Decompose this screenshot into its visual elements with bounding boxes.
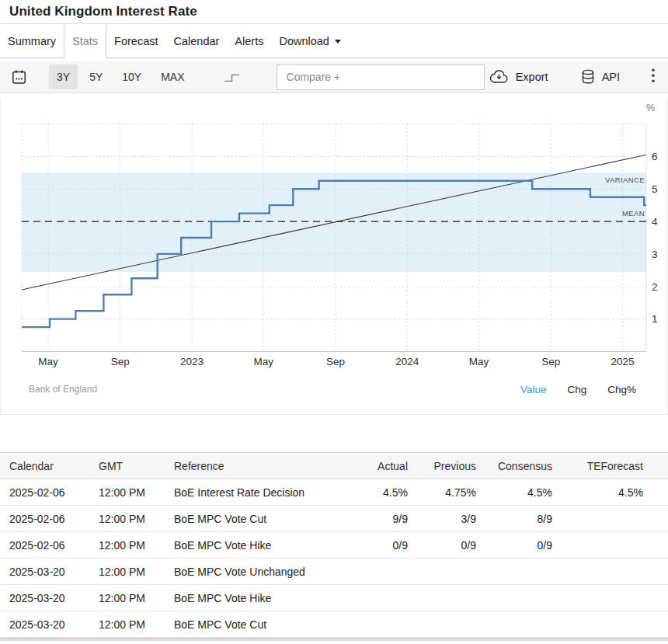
cell-reference: BoE MPC Vote Cut bbox=[165, 611, 359, 638]
cell-gmt: 12:00 PM bbox=[89, 532, 165, 559]
range-max-button[interactable]: MAX bbox=[153, 64, 192, 89]
table-header-row: CalendarGMTReferenceActualPreviousConsen… bbox=[0, 453, 668, 479]
range-5y-button[interactable]: 5Y bbox=[82, 64, 110, 89]
x-tick-label: May bbox=[38, 356, 58, 367]
page-title: United Kingdom Interest Rate bbox=[9, 4, 197, 19]
toolbar-right-group: Export API bbox=[489, 66, 659, 88]
chart-type-button[interactable] bbox=[221, 68, 242, 85]
calendar-icon bbox=[11, 69, 27, 85]
tab-label: Forecast bbox=[114, 35, 158, 47]
table-row[interactable]: 2025-03-2012:00 PMBoE MPC Vote Cut bbox=[0, 611, 668, 638]
range-10y-button[interactable]: 10Y bbox=[114, 64, 149, 89]
cell-consensus bbox=[486, 559, 562, 585]
table-row[interactable]: 2025-02-0612:00 PMBoE MPC Vote Cut9/93/9… bbox=[0, 506, 668, 532]
table-row[interactable]: 2025-02-0612:00 PMBoE MPC Vote Hike0/90/… bbox=[0, 532, 668, 559]
x-tick-label: Sep bbox=[111, 356, 130, 367]
cell-teforecast bbox=[562, 559, 668, 585]
variance-label: VARIANCE bbox=[605, 176, 645, 184]
cell-reference: BoE MPC Vote Unchanged bbox=[165, 559, 359, 585]
cell-previous bbox=[418, 585, 486, 611]
step-line-icon bbox=[223, 70, 241, 84]
cell-calendar: 2025-02-06 bbox=[0, 506, 89, 532]
cell-previous bbox=[418, 611, 486, 638]
cell-teforecast: 4.5% bbox=[562, 479, 668, 506]
table-row[interactable]: 2025-03-2012:00 PMBoE MPC Vote Unchanged bbox=[0, 559, 668, 585]
x-tick-label: Sep bbox=[541, 356, 560, 367]
y-tick-label: 4 bbox=[652, 216, 658, 228]
cell-actual bbox=[359, 611, 418, 638]
tab-label: Summary bbox=[8, 35, 56, 47]
tab-calendar[interactable]: Calendar bbox=[166, 24, 228, 57]
cell-consensus: 4.5% bbox=[486, 479, 562, 506]
cell-gmt: 12:00 PM bbox=[89, 559, 165, 585]
range-3y-button[interactable]: 3Y bbox=[49, 64, 78, 89]
cell-consensus bbox=[486, 585, 562, 611]
chart-footer: Bank of England ValueChgChg% bbox=[29, 378, 636, 400]
table-row[interactable]: 2025-03-2012:00 PMBoE MPC Vote Hike bbox=[0, 585, 668, 611]
cell-consensus: 0/9 bbox=[486, 532, 562, 559]
cell-previous bbox=[418, 559, 486, 585]
tab-label: Stats bbox=[72, 35, 98, 47]
y-tick-label: 2 bbox=[652, 281, 658, 293]
calendar-table-section: CalendarGMTReferenceActualPreviousConsen… bbox=[0, 452, 668, 638]
cell-gmt: 12:00 PM bbox=[89, 611, 165, 638]
export-button[interactable]: Export bbox=[489, 70, 548, 84]
cell-previous: 4.75% bbox=[418, 479, 486, 506]
x-tick-label: 2023 bbox=[180, 356, 204, 367]
cell-reference: BoE MPC Vote Hike bbox=[165, 532, 359, 559]
tab-summary[interactable]: Summary bbox=[0, 24, 64, 57]
chart-source: Bank of England bbox=[29, 384, 97, 395]
chart-mode-switcher: ValueChgChg% bbox=[520, 384, 636, 395]
compare-input[interactable] bbox=[277, 64, 485, 90]
range-selector: 3Y5Y10YMAX bbox=[49, 64, 197, 89]
cell-gmt: 12:00 PM bbox=[89, 585, 165, 611]
chart-toolbar: 3Y5Y10YMAX Export API bbox=[0, 61, 668, 93]
cell-calendar: 2025-03-20 bbox=[0, 559, 89, 585]
mean-label: MEAN bbox=[622, 209, 645, 218]
cell-actual bbox=[359, 559, 418, 585]
tab-label: Alerts bbox=[235, 35, 263, 47]
y-tick-label: 1 bbox=[652, 313, 658, 325]
column-header-gmt: GMT bbox=[89, 453, 165, 479]
kebab-menu-icon bbox=[651, 68, 656, 84]
tab-stats[interactable]: Stats bbox=[64, 24, 106, 58]
table-body: 2025-02-0612:00 PMBoE Interest Rate Deci… bbox=[0, 479, 668, 638]
tab-label: Download bbox=[279, 35, 329, 47]
database-icon bbox=[581, 69, 595, 85]
date-range-calendar-button[interactable] bbox=[9, 68, 29, 87]
page-header: United Kingdom Interest Rate bbox=[0, 0, 668, 24]
cell-reference: BoE MPC Vote Hike bbox=[165, 585, 359, 611]
api-label: API bbox=[602, 71, 620, 83]
column-header-calendar: Calendar bbox=[0, 453, 89, 479]
cell-calendar: 2025-03-20 bbox=[0, 611, 89, 638]
tab-alerts[interactable]: Alerts bbox=[227, 24, 271, 57]
export-label: Export bbox=[516, 71, 548, 83]
column-header-reference: Reference bbox=[165, 453, 359, 479]
cell-gmt: 12:00 PM bbox=[89, 506, 165, 532]
tab-download[interactable]: Download bbox=[271, 24, 349, 57]
more-options-button[interactable] bbox=[648, 66, 659, 88]
mode-chg-button[interactable]: Chg bbox=[567, 384, 586, 395]
tab-forecast[interactable]: Forecast bbox=[106, 24, 165, 57]
y-axis-unit-label: % bbox=[646, 103, 655, 113]
table-row[interactable]: 2025-02-0612:00 PMBoE Interest Rate Deci… bbox=[0, 479, 668, 506]
cell-calendar: 2025-03-20 bbox=[0, 585, 89, 611]
mode-value-button[interactable]: Value bbox=[520, 384, 547, 395]
mode-chg-button[interactable]: Chg% bbox=[607, 384, 636, 395]
api-button[interactable]: API bbox=[581, 69, 620, 85]
cloud-download-icon bbox=[489, 70, 509, 84]
interest-rate-chart[interactable]: MaySep2023MaySep2024MaySep2025123456%VAR… bbox=[0, 99, 668, 415]
y-tick-label: 3 bbox=[652, 249, 658, 260]
cell-calendar: 2025-02-06 bbox=[0, 532, 89, 559]
chevron-down-icon bbox=[335, 40, 341, 44]
cell-teforecast bbox=[562, 532, 668, 559]
cell-calendar: 2025-02-06 bbox=[0, 479, 89, 506]
x-tick-label: 2025 bbox=[611, 356, 634, 367]
x-tick-label: May bbox=[254, 356, 274, 367]
x-tick-label: May bbox=[469, 356, 489, 367]
column-header-previous: Previous bbox=[418, 453, 486, 479]
x-tick-label: 2024 bbox=[395, 356, 419, 367]
cell-actual bbox=[359, 585, 418, 611]
cell-previous: 0/9 bbox=[418, 532, 486, 559]
calendar-table: CalendarGMTReferenceActualPreviousConsen… bbox=[0, 452, 668, 638]
